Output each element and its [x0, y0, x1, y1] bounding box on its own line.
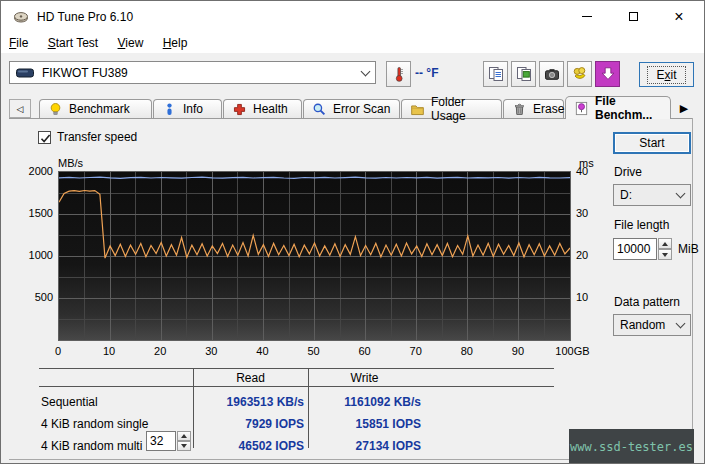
results-write-value: 15851 IOPS — [311, 417, 421, 431]
queue-depth-input[interactable] — [146, 431, 176, 451]
x-axis-tick: 20 — [154, 345, 166, 357]
tab-erase[interactable]: Erase — [503, 99, 564, 118]
tab-label: Folder Usage — [431, 95, 501, 123]
stepper-up-button[interactable] — [177, 431, 191, 441]
x-axis-tick: 30 — [205, 345, 217, 357]
x-axis-tick: 100GB — [555, 345, 589, 357]
tab-benchmark[interactable]: Benchmark — [39, 99, 152, 118]
chevron-down-icon — [676, 189, 686, 199]
tab-health[interactable]: Health — [223, 99, 302, 118]
queue-depth-stepper — [177, 431, 191, 451]
results-row-label: 4 KiB random single — [41, 417, 148, 431]
menu-help[interactable]: Help — [155, 33, 196, 52]
stepper-up-button[interactable] — [658, 238, 672, 249]
y-axis-right-tick: 10 — [576, 291, 604, 303]
chart-plot-area — [58, 171, 571, 341]
tab-label: Benchmark — [69, 102, 130, 116]
magnifier-icon — [312, 102, 327, 117]
tab-label: File Benchm... — [595, 94, 670, 122]
drive-label: Drive — [614, 165, 642, 179]
device-select[interactable]: FIKWOT FU389 — [9, 61, 376, 84]
stepper-down-button[interactable] — [658, 249, 672, 260]
folder-icon — [410, 102, 425, 117]
y-axis-left-tick: 2000 — [19, 165, 53, 177]
minimize-icon — [582, 16, 592, 17]
triangle-up-icon — [181, 434, 187, 438]
device-select-value: FIKWOT FU389 — [42, 66, 354, 80]
bulb-yellow-icon — [48, 102, 63, 117]
start-button[interactable]: Start — [613, 132, 691, 154]
x-axis-tick: 10 — [103, 345, 115, 357]
download-arrow-icon — [600, 66, 616, 82]
minimize-button[interactable] — [564, 1, 610, 32]
y-axis-left-unit: MB/s — [58, 157, 83, 169]
tab-label: Erase — [533, 102, 564, 116]
close-button[interactable]: × — [656, 1, 702, 32]
start-button-label: Start — [639, 136, 664, 150]
tab-folder-usage[interactable]: Folder Usage — [401, 99, 502, 118]
x-axis-tick: 0 — [55, 345, 61, 357]
results-top-rule — [39, 368, 554, 369]
menu-start-test[interactable]: Start Test — [40, 33, 106, 52]
temperature-button[interactable] — [386, 61, 411, 87]
stepper-down-button[interactable] — [177, 441, 191, 451]
chevron-down-icon — [676, 319, 686, 329]
y-axis-left-tick: 1500 — [19, 207, 53, 219]
maximize-button[interactable] — [610, 1, 656, 32]
health-cross-icon — [232, 102, 247, 117]
exit-button-label: Exit — [647, 66, 685, 84]
triangle-down-icon — [662, 253, 668, 257]
file-length-stepper — [658, 238, 672, 260]
results-row-label: 4 KiB random multi — [41, 439, 142, 453]
results-read-value: 46502 IOPS — [204, 439, 304, 453]
chart-canvas — [59, 172, 570, 340]
y-axis-right-tick: 30 — [576, 207, 604, 219]
y-axis-left-tick: 1000 — [19, 249, 53, 261]
update-button[interactable] — [595, 61, 620, 87]
triangle-down-icon — [181, 444, 187, 448]
tab-scroll-right-button[interactable]: ▶ — [674, 100, 694, 117]
drive-select[interactable]: D: — [613, 184, 691, 206]
x-axis-tick: 90 — [512, 345, 524, 357]
tab-label: Error Scan — [333, 102, 390, 116]
triangle-right-icon: ▶ — [680, 102, 688, 115]
triangle-up-icon — [662, 242, 668, 246]
triangle-left-icon: ◁ — [17, 104, 24, 114]
content-right-border — [692, 118, 693, 459]
y-axis-right-tick: 20 — [576, 249, 604, 261]
results-col-read: Read — [194, 371, 307, 385]
transfer-speed-checkbox[interactable] — [38, 131, 51, 144]
screenshot-button[interactable] — [539, 61, 564, 87]
hand-coins-icon — [572, 66, 588, 82]
results-read-value: 7929 IOPS — [204, 417, 304, 431]
transfer-speed-label: Transfer speed — [57, 130, 137, 144]
menu-bar: File Start Test View Help — [1, 33, 704, 53]
y-axis-left-tick: 500 — [19, 291, 53, 303]
tab-file-benchmark[interactable]: File Benchm... — [565, 96, 671, 119]
copy-image-button[interactable] — [511, 61, 536, 87]
title-bar: HD Tune Pro 6.10 × — [1, 1, 704, 33]
window-title: HD Tune Pro 6.10 — [37, 10, 133, 24]
copy-text-button[interactable] — [483, 61, 508, 87]
camera-icon — [544, 66, 560, 82]
tab-info[interactable]: Info — [153, 99, 222, 118]
donate-button[interactable] — [567, 61, 592, 87]
app-disk-icon — [13, 9, 29, 25]
x-axis-tick: 80 — [461, 345, 473, 357]
file-length-input[interactable] — [613, 238, 657, 260]
results-read-value: 1963513 KB/s — [204, 395, 304, 409]
maximize-icon — [629, 12, 638, 21]
x-axis-tick: 60 — [358, 345, 370, 357]
menu-view[interactable]: View — [110, 33, 152, 52]
transfer-speed-checkbox-row: Transfer speed — [38, 130, 137, 144]
tab-error-scan[interactable]: Error Scan — [303, 99, 400, 118]
exit-button[interactable]: Exit — [639, 62, 694, 87]
data-pattern-select[interactable]: Random — [613, 314, 691, 336]
tab-scroll-left-button[interactable]: ◁ — [9, 99, 31, 118]
file-length-unit: MiB — [678, 242, 699, 256]
results-write-value: 1161092 KB/s — [311, 395, 421, 409]
data-pattern-value: Random — [620, 318, 673, 332]
menu-file[interactable]: File — [1, 33, 36, 52]
toolbar: FIKWOT FU389 -- °F — [1, 53, 704, 96]
results-col-write: Write — [309, 371, 420, 385]
